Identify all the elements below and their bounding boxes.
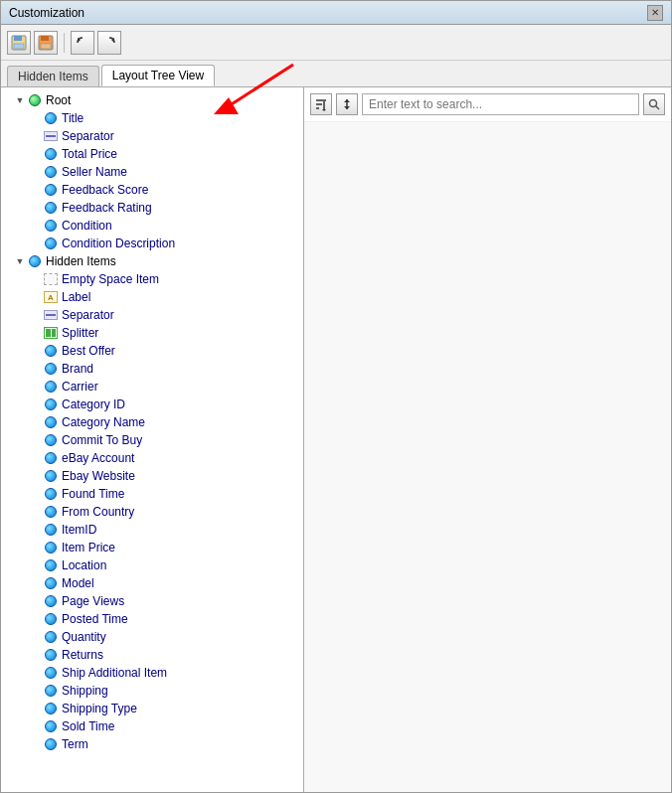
tree-item-posted-time[interactable]: Posted Time [1, 610, 303, 628]
tree-item-ship-additional[interactable]: Ship Additional Item [1, 664, 303, 682]
tree-item-label[interactable]: A Label [1, 288, 303, 306]
tree-item-from-country[interactable]: From Country [1, 503, 303, 521]
icon-location [43, 557, 59, 573]
tree-item-best-offer[interactable]: Best Offer [1, 342, 303, 360]
tab-layout-tree-view[interactable]: Layout Tree View [101, 65, 216, 86]
tree-item-page-views[interactable]: Page Views [1, 592, 303, 610]
close-button[interactable]: ✕ [647, 5, 663, 21]
icon-label: A [43, 289, 59, 305]
label-shipping: Shipping [62, 684, 108, 698]
label-total-price: Total Price [62, 147, 117, 161]
tree-item-ebay-website[interactable]: Ebay Website [1, 467, 303, 485]
search-input[interactable] [362, 93, 639, 115]
sort-button-1[interactable] [310, 93, 332, 115]
tree-item-seller-name[interactable]: Seller Name [1, 163, 303, 181]
tree-item-category-id[interactable]: Category ID [1, 396, 303, 413]
tree-item-feedback-score[interactable]: Feedback Score [1, 181, 303, 199]
label-title: Title [62, 111, 84, 125]
tree-item-ebay-account[interactable]: eBay Account [1, 449, 303, 467]
tree-container[interactable]: ▼ Root Title S [1, 87, 303, 792]
tree-item-returns[interactable]: Returns [1, 646, 303, 664]
icon-sold-time [43, 718, 59, 734]
label-feedback-rating: Feedback Rating [62, 201, 152, 215]
tree-item-found-time[interactable]: Found Time [1, 485, 303, 503]
icon-brand [43, 361, 59, 377]
icon-sep2 [43, 307, 59, 323]
tree-item-empty-space[interactable]: Empty Space Item [1, 270, 303, 288]
tree-item-hidden-items[interactable]: ▼ Hidden Items [1, 252, 303, 270]
icon-ebay-website [43, 468, 59, 484]
icon-term [43, 736, 59, 752]
label-root: Root [46, 93, 71, 107]
icon-page-views [43, 593, 59, 609]
window-title: Customization [9, 6, 84, 20]
label-quantity: Quantity [62, 630, 106, 644]
save-button-2[interactable] [34, 31, 58, 55]
tree-item-sold-time[interactable]: Sold Time [1, 717, 303, 735]
label-sep2: Separator [62, 308, 114, 322]
tree-item-brand[interactable]: Brand [1, 360, 303, 378]
redo-button[interactable] [97, 31, 121, 55]
label-from-country: From Country [62, 505, 134, 519]
expand-icon-title [29, 111, 43, 125]
label-ebay-website: Ebay Website [62, 469, 135, 483]
title-bar: Customization ✕ [1, 1, 671, 25]
label-sold-time: Sold Time [62, 719, 114, 733]
label-ebay-account: eBay Account [62, 451, 134, 465]
tree-item-quantity[interactable]: Quantity [1, 628, 303, 646]
tree-item-root[interactable]: ▼ Root [1, 91, 303, 109]
icon-total-price [43, 146, 59, 162]
customization-window: Customization ✕ [0, 0, 672, 793]
svg-line-19 [656, 106, 660, 110]
label-returns: Returns [62, 648, 103, 662]
save-button-1[interactable] [7, 31, 31, 55]
icon-carrier [43, 379, 59, 395]
tree-item-title[interactable]: Title [1, 109, 303, 127]
icon-ship-additional [43, 665, 59, 681]
icon-sep1 [43, 128, 59, 144]
right-toolbar [304, 87, 671, 122]
tree-item-location[interactable]: Location [1, 556, 303, 574]
toolbar [1, 25, 671, 61]
tree-item-separator2[interactable]: Separator [1, 306, 303, 324]
svg-rect-6 [41, 36, 49, 41]
svg-marker-17 [344, 106, 350, 109]
tree-item-item-id[interactable]: ItemID [1, 521, 303, 539]
icon-best-offer [43, 343, 59, 359]
tree-item-feedback-rating[interactable]: Feedback Rating [1, 199, 303, 217]
undo-button[interactable] [71, 31, 94, 55]
label-posted-time: Posted Time [62, 612, 128, 626]
label-found-time: Found Time [62, 487, 124, 501]
search-button[interactable] [643, 93, 665, 115]
icon-item-price [43, 540, 59, 555]
label-brand: Brand [62, 362, 93, 376]
sort-button-2[interactable] [336, 93, 358, 115]
tree-item-splitter[interactable]: Splitter [1, 324, 303, 342]
tree-item-condition-desc[interactable]: Condition Description [1, 235, 303, 252]
expand-icon-sep1 [29, 129, 43, 143]
icon-title [43, 110, 59, 126]
left-panel: ▼ Root Title S [1, 87, 304, 792]
tree-item-total-price[interactable]: Total Price [1, 145, 303, 163]
label-sep1: Separator [62, 129, 114, 143]
tree-item-condition[interactable]: Condition [1, 217, 303, 235]
icon-feedback-score [43, 182, 59, 198]
icon-hidden [27, 253, 43, 269]
tree-item-category-name[interactable]: Category Name [1, 413, 303, 431]
tree-item-shipping-type[interactable]: Shipping Type [1, 700, 303, 717]
tree-item-shipping[interactable]: Shipping [1, 682, 303, 700]
icon-shipping-type [43, 701, 59, 716]
tree-item-carrier[interactable]: Carrier [1, 378, 303, 396]
label-location: Location [62, 558, 106, 572]
tree-item-term[interactable]: Term [1, 735, 303, 753]
tree-item-commit-to-buy[interactable]: Commit To Buy [1, 431, 303, 449]
icon-item-id [43, 522, 59, 538]
right-content [304, 122, 671, 792]
tab-hidden-items[interactable]: Hidden Items [7, 66, 99, 86]
tree-item-separator1[interactable]: Separator [1, 127, 303, 145]
tree-item-item-price[interactable]: Item Price [1, 539, 303, 556]
icon-category-name [43, 414, 59, 430]
label-category-id: Category ID [62, 397, 125, 411]
tree-item-model[interactable]: Model [1, 574, 303, 592]
expand-icon-root: ▼ [13, 93, 27, 107]
